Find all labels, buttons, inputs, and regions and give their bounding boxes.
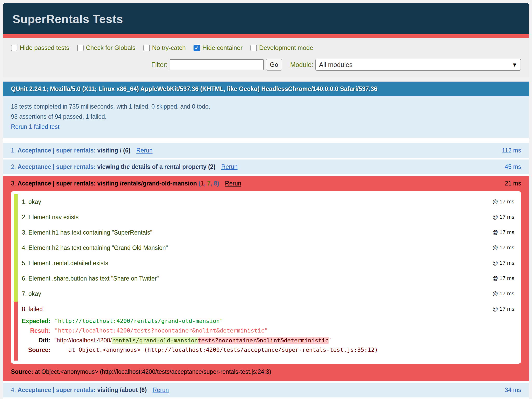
assertion-number: 7. <box>22 290 27 297</box>
assertion-message: failed <box>29 306 43 312</box>
diff-expected-part: rentals/grand-old-mansion <box>112 337 198 344</box>
test-runtime: 34 ms <box>505 387 521 394</box>
assertion-number: 3. <box>22 229 27 236</box>
diff-unchanged: " <box>329 337 331 344</box>
source-label: Source: <box>22 345 55 355</box>
test-row: 1. Acceptance | super rentals: visiting … <box>3 143 529 158</box>
checkbox-development-mode[interactable]: Development mode <box>250 44 313 51</box>
module-label: Module: <box>290 61 313 69</box>
rerun-link[interactable]: Rerun <box>221 163 238 170</box>
user-agent-bar: QUnit 2.24.1; Mozilla/5.0 (X11; Linux x8… <box>3 82 529 96</box>
assertion-message: okay <box>29 290 41 297</box>
checkbox-check-for-globals[interactable]: Check for Globals <box>77 44 136 51</box>
checkbox-box <box>77 45 84 51</box>
assertion-message: Element h1 has text containing "SuperRen… <box>29 229 152 236</box>
assertion-runtime: @ 17 ms <box>493 306 514 312</box>
checkbox-label: Check for Globals <box>86 44 136 51</box>
assertion-item: @ 17 ms 7. okay <box>14 286 518 302</box>
rerun-link[interactable]: Rerun <box>152 387 169 393</box>
test-row-title[interactable]: 2. Acceptance | super rentals: viewing t… <box>11 163 237 170</box>
test-name: viewing the details of a rental property <box>97 163 206 170</box>
expected-value: "http://localhost:4200/rentals/grand-old… <box>55 316 378 326</box>
test-module-name: Acceptance | super rentals: <box>18 387 96 393</box>
test-number: 1. <box>11 147 16 154</box>
assertion-message: okay <box>29 198 41 205</box>
result-value: "http://localhost:4200/tests?nocontainer… <box>55 326 378 336</box>
test-runtime: 112 ms <box>502 147 521 154</box>
test-source-line: Source:at Object.<anonymous> (http://loc… <box>3 364 529 376</box>
test-row: 2. Acceptance | super rentals: viewing t… <box>3 159 529 174</box>
test-row-title[interactable]: 1. Acceptance | super rentals: visiting … <box>11 147 152 154</box>
assertion-number: 4. <box>22 244 27 251</box>
assertion-list: @ 17 ms 1. okay @ 17 ms 2. Element nav e… <box>11 191 521 364</box>
checkbox-box <box>250 45 257 51</box>
assertion-runtime: @ 17 ms <box>493 198 514 205</box>
filter-input[interactable] <box>170 59 264 70</box>
test-module-name: Acceptance | super rentals: <box>18 163 96 170</box>
assertion-runtime: @ 17 ms <box>493 275 514 281</box>
testrunner-toolbar: Hide passed tests Check for Globals No t… <box>3 38 529 77</box>
test-row-title[interactable]: 4. Acceptance | super rentals: visiting … <box>11 387 169 394</box>
assertion-runtime: @ 17 ms <box>493 260 514 266</box>
rerun-link[interactable]: Rerun <box>136 147 153 154</box>
filter-label: Filter: <box>151 61 168 69</box>
failed-test-block: 3. Acceptance | super rentals: visiting … <box>3 176 529 381</box>
total-count: 8 <box>214 180 217 187</box>
summary-line-assertions: 93 assertions of 94 passed, 1 failed. <box>11 112 521 122</box>
test-number: 2. <box>11 163 16 170</box>
page-header: SuperRentals Tests <box>3 3 529 34</box>
assertion-number: 2. <box>22 214 27 221</box>
assertion-number: 1. <box>22 198 27 205</box>
failed-assertion-item: @ 17 ms 8. failed Expected: "http://loca… <box>14 302 518 361</box>
assertion-message: Element .share.button has text "Share on… <box>29 275 159 282</box>
rerun-link[interactable]: Rerun <box>225 180 241 187</box>
tests-list: 1. Acceptance | super rentals: visiting … <box>3 138 529 399</box>
failed-count: 1 <box>201 180 204 187</box>
test-name: visiting /rentals/grand-old-mansion <box>97 180 197 187</box>
assertion-item: @ 17 ms 6. Element .share.button has tex… <box>14 271 518 286</box>
module-select[interactable]: All modules ▼ <box>315 59 521 71</box>
checkbox-label: No try-catch <box>152 44 186 51</box>
checkbox-box: ✓ <box>194 45 200 51</box>
module-select-value: All modules <box>319 61 353 69</box>
go-button[interactable]: Go <box>266 59 282 71</box>
diff-actual-part: tests?nocontainer&nolint&deterministic <box>198 337 329 344</box>
assertion-number: 5. <box>22 260 27 267</box>
result-label: Result: <box>22 326 55 336</box>
assertion-message: Element h2 has text containing "Grand Ol… <box>29 244 168 251</box>
assertion-runtime: @ 17 ms <box>493 290 514 297</box>
checkbox-box <box>11 45 17 51</box>
assertion-message: Element .rental.detailed exists <box>29 260 108 267</box>
test-number: 3. <box>11 180 16 187</box>
toolbar-filter-row: Filter: Go Module: All modules ▼ <box>11 59 521 71</box>
source-value: at Object.<anonymous> (http://localhost:… <box>35 368 271 375</box>
passed-count: 7 <box>207 180 210 187</box>
assertion-number: 8. <box>22 306 27 312</box>
test-row-title[interactable]: 3. Acceptance | super rentals: visiting … <box>11 180 241 187</box>
test-module-name: Acceptance | super rentals: <box>18 180 96 187</box>
assertion-item: @ 17 ms 3. Element h1 has text containin… <box>14 225 518 240</box>
test-name: visiting / <box>97 147 121 154</box>
test-module-name: Acceptance | super rentals: <box>18 147 96 154</box>
qunit-page: SuperRentals Tests Hide passed tests Che… <box>3 3 529 399</box>
test-result-summary: 18 tests completed in 735 milliseconds, … <box>3 96 529 138</box>
summary-line-tests: 18 tests completed in 735 milliseconds, … <box>11 102 521 112</box>
assertion-runtime: @ 17 ms <box>493 244 514 251</box>
diff-label: Diff: <box>22 336 55 345</box>
test-number: 4. <box>11 387 16 393</box>
assertion-item: @ 17 ms 4. Element h2 has text containin… <box>14 240 518 256</box>
checkbox-hide-container[interactable]: ✓ Hide container <box>194 44 243 51</box>
expected-label: Expected: <box>22 316 55 326</box>
assertion-runtime: @ 17 ms <box>493 214 514 220</box>
checkbox-no-try-catch[interactable]: No try-catch <box>143 44 186 51</box>
diff-unchanged: "http://localhost:4200/ <box>55 337 112 344</box>
checkbox-label: Hide container <box>202 44 243 51</box>
assertion-message: Element nav exists <box>29 214 79 221</box>
checkbox-hide-passed-tests[interactable]: Hide passed tests <box>11 44 69 51</box>
fail-banner <box>3 34 529 38</box>
page-title: SuperRentals Tests <box>12 12 520 26</box>
test-runtime: 45 ms <box>505 163 521 170</box>
test-assertion-counts: (2) <box>208 163 215 170</box>
rerun-failed-link[interactable]: Rerun 1 failed test <box>11 123 59 130</box>
test-runtime: 21 ms <box>505 180 521 187</box>
